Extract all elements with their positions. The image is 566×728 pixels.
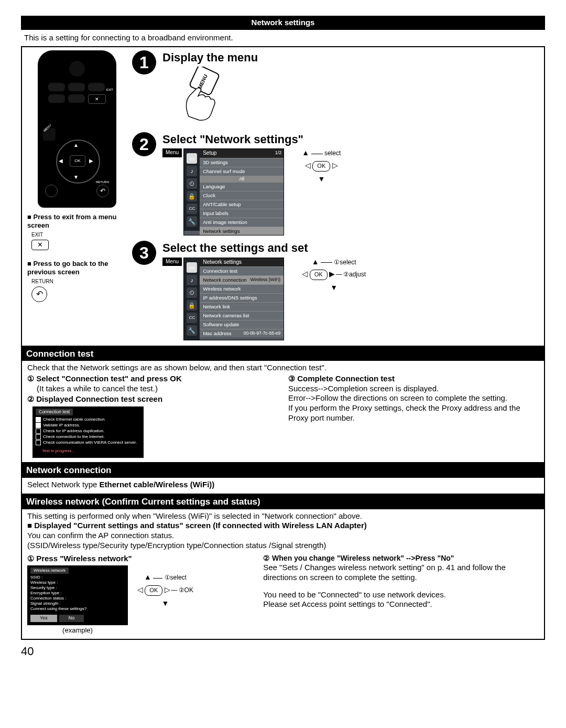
step3-badge: 3 — [132, 241, 156, 265]
conn-r1a: Success-->Completion screen is displayed… — [288, 384, 539, 394]
step-2: 2 Select "Network settings" Menu ▭♪⏲🔒CC🔧… — [132, 132, 539, 236]
w-p2: Displayed "Current settings and status" … — [27, 521, 539, 531]
connection-test-heading: Connection test — [22, 347, 544, 361]
step1-title: Display the menu — [162, 50, 258, 65]
step-3: 3 Select the settings and set Menu ▭♪⏲🔒C… — [132, 241, 539, 340]
step3-navpad: ▲ ①select ◁ OK ▶—②adjust ▼ — [302, 258, 366, 293]
setup-menu-panel: ▭♪⏲🔒CC🔧 Setup1/2 3D settings Channel sur… — [183, 148, 284, 235]
network-menu-panel: ▭♪⏲🔒CC🔧 Network settings Connection test… — [183, 258, 284, 340]
netconn-text: Select Network type — [27, 480, 100, 489]
step2-title: Select "Network settings" — [162, 132, 341, 147]
w-p4: (SSID/Wireless type/Security type/Encryp… — [27, 541, 539, 551]
w-l1: ① Press "Wireless network" — [27, 554, 253, 564]
conn-l1b: (It takes a while to cancel the test.) — [37, 384, 278, 394]
step2-badge: 2 — [132, 132, 156, 156]
w-p1: This setting is performed only when "Wir… — [27, 511, 539, 521]
w-r2: You need to be "Connected" to use networ… — [263, 590, 539, 600]
step1-badge: 1 — [132, 50, 156, 74]
connection-test-panel: Connection test Check Ethernet cable con… — [32, 406, 144, 458]
conn-r1c: If you perform the Proxy settings, check… — [288, 403, 539, 423]
example-label: (example) — [27, 626, 128, 635]
conn-l1: ① Select "Connection test" and press OK — [27, 374, 278, 384]
menu-button-illus: MENU — [173, 67, 220, 127]
exit-note: Press to exit from a menu screen — [27, 213, 127, 230]
network-connection-heading: Network connection — [22, 463, 544, 477]
exit-label: EXIT — [31, 232, 127, 239]
w-r3: Please set Access point settings to "Con… — [263, 599, 539, 609]
page-header: Network settings — [21, 16, 545, 30]
step-1: 1 Display the menu MENU — [132, 50, 539, 127]
wireless-panel: Wireless network SSID : Wireless type : … — [27, 565, 128, 625]
return-note: Press to go back to the previous screen — [27, 260, 127, 277]
remote-column: ✕ EXIT ▲ ▼ ◀ ▶ OK RETURN ↶ MENU Press to… — [27, 50, 127, 302]
menu-tab-3: Menu — [162, 258, 182, 266]
w-p3: You can confirm the AP connection status… — [27, 531, 539, 541]
w-rhead: ② When you change "Wireless network" -->… — [263, 554, 539, 563]
netconn-opts: Ethernet cable/Wireless (WiFi)) — [100, 480, 215, 489]
conn-r1: ③ Complete Connection test — [288, 374, 539, 384]
conn-lead: Check that the Network settings are as s… — [27, 363, 539, 373]
remote-ok: OK — [70, 155, 85, 167]
exit-button-illus: ✕ — [31, 240, 49, 250]
step3-title: Select the settings and set — [162, 241, 366, 255]
step2-navpad: ▲ select ◁ OK ▷ ▼ — [302, 148, 341, 184]
return-label: RETURN — [31, 279, 127, 285]
return-button-illus: ↶ — [31, 286, 47, 302]
wireless-heading: Wireless network (Confirm Current settin… — [22, 495, 544, 509]
menu-tab: Menu — [162, 148, 182, 157]
w-r1: See "Sets / Changes wireless network set… — [263, 563, 539, 583]
page-number: 40 — [21, 644, 545, 659]
intro-text: This is a setting for connecting to a br… — [24, 33, 545, 43]
conn-r1b: Error-->Follow the directions on screen … — [288, 393, 539, 403]
conn-l2: ② Displayed Connection test screen — [27, 394, 278, 404]
remote-illustration: ✕ EXIT ▲ ▼ ◀ ▶ OK RETURN ↶ MENU — [38, 50, 116, 208]
wireless-navpad: ▲ ①select ◁ OK ▷—②OK ▼ — [137, 573, 193, 608]
